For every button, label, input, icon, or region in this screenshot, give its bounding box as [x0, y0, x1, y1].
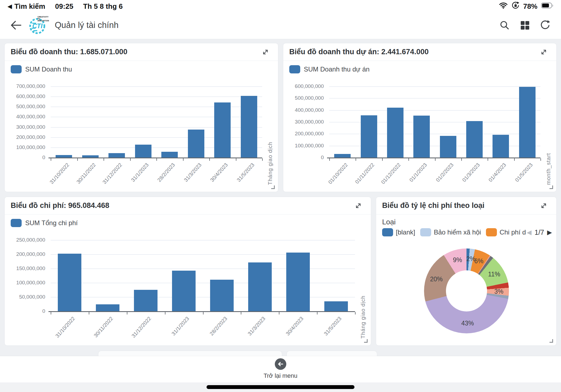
dashboard-grid-button[interactable]: [518, 19, 531, 32]
bar[interactable]: [108, 153, 125, 158]
x-axis-category-label: 01/5/2023: [507, 162, 534, 191]
x-axis-tick: [279, 312, 279, 314]
y-axis-tick-label: 50,000,000: [5, 294, 45, 300]
legend-swatch: [420, 228, 431, 236]
home-indicator[interactable]: [207, 385, 354, 389]
pie-legend-items: [blank]Bảo hiểm xã hộiChi phí dự án: [382, 228, 526, 236]
x-axis-tick: [183, 158, 184, 161]
bar[interactable]: [56, 155, 72, 158]
logo-text: CTI: [32, 22, 42, 30]
bar[interactable]: [286, 253, 310, 311]
bar[interactable]: [214, 102, 231, 158]
bar[interactable]: [519, 87, 536, 158]
legend-pager: ◀ 1/7 ▶: [527, 228, 552, 236]
bar[interactable]: [324, 301, 348, 311]
x-axis-category-label: 31/3/2023: [240, 316, 267, 344]
pie-legend-item[interactable]: [blank]: [382, 228, 415, 236]
y-axis-tick-label: 200,000,000: [5, 134, 45, 140]
resize-handle-icon: [549, 339, 553, 343]
x-axis-category-label: 01/3/2023: [454, 162, 481, 191]
y-axis-tick-label: 700,000,000: [5, 83, 45, 89]
wifi-icon: [499, 2, 508, 11]
back-to-menu-button[interactable]: Trở lại menu: [264, 358, 297, 379]
search-button[interactable]: [498, 19, 511, 32]
bar[interactable]: [82, 155, 99, 158]
pie-slice-label: 43%: [461, 320, 474, 327]
x-axis-tick: [329, 158, 330, 161]
chart-title: Biểu đồ tỷ lệ chi phí theo loại: [382, 201, 485, 210]
legend-prev-icon[interactable]: ◀: [527, 229, 532, 236]
bar[interactable]: [58, 254, 81, 311]
legend-next-icon[interactable]: ▶: [547, 229, 552, 236]
bottom-band: [0, 382, 561, 392]
back-circle-icon: [275, 358, 286, 370]
y-axis-tick-label: 100,000,000: [5, 144, 45, 150]
y-axis-tick-label: 600,000,000: [283, 83, 324, 89]
x-axis-category-label: 01/10/2022: [322, 162, 349, 191]
status-time: 09:25: [55, 2, 73, 11]
bar[interactable]: [210, 280, 234, 311]
bar[interactable]: [413, 116, 430, 158]
bar[interactable]: [241, 96, 257, 158]
x-axis-category-label: 28/2/2023: [202, 316, 228, 344]
expand-icon: [540, 202, 548, 210]
status-date: Th 5 8 thg 6: [83, 2, 123, 11]
x-axis-category-label: 31/12/2022: [126, 316, 153, 344]
bar[interactable]: [466, 121, 483, 158]
bar[interactable]: [493, 135, 509, 158]
y-axis-tick-label: 200,000,000: [283, 131, 324, 137]
expand-chart-button[interactable]: [537, 199, 550, 212]
x-axis-tick: [355, 312, 356, 314]
x-axis-category-label: 01/2/2023: [428, 162, 455, 191]
bar[interactable]: [387, 108, 403, 158]
bar[interactable]: [135, 145, 151, 158]
back-button[interactable]: [9, 19, 22, 32]
cti-logo: CREATIVITY TO INNOVATION CTI: [29, 16, 48, 35]
bar[interactable]: [134, 290, 158, 311]
x-axis-tick: [127, 312, 127, 314]
bar[interactable]: [361, 115, 377, 158]
y-axis-tick-label: 100,000,000: [283, 143, 324, 149]
x-axis-category-label: 01/1/2023: [402, 162, 428, 191]
bar[interactable]: [172, 271, 196, 311]
x-axis-tick: [165, 312, 165, 314]
gridline: [51, 240, 355, 241]
x-axis-tick: [241, 312, 241, 314]
status-bar: ◀ Tìm kiếm 09:25 Th 5 8 thg 6: [0, 0, 561, 12]
bar[interactable]: [161, 152, 178, 158]
footer-bar: Trở lại menu: [0, 356, 561, 382]
bar[interactable]: [96, 304, 119, 311]
y-axis-tick-label: 0: [5, 154, 45, 161]
x-axis-tick: [51, 312, 51, 314]
y-axis-tick-label: 100,000,000: [5, 280, 45, 286]
orientation-lock-icon: [511, 1, 520, 12]
bar[interactable]: [248, 262, 272, 311]
legend-page-indicator: 1/7: [535, 228, 544, 236]
x-axis-category-label: 30/11/2022: [70, 162, 97, 191]
pie-legend-row: [blank]Bảo hiểm xã hộiChi phí dự án ◀ 1/…: [382, 228, 552, 236]
right-axis-title: month_start: [545, 92, 552, 185]
bar[interactable]: [188, 130, 204, 158]
pie-slice-label: 9%: [453, 256, 462, 264]
donut-chart[interactable]: 2%6%11%3%43%20%9%: [424, 248, 509, 333]
x-axis-tick: [104, 158, 104, 161]
back-to-menu-label: Trở lại menu: [264, 372, 297, 379]
y-axis-tick-label: 500,000,000: [283, 95, 324, 101]
pie-legend-item[interactable]: Chi phí dự án: [486, 228, 526, 236]
y-axis-tick-label: 400,000,000: [5, 114, 45, 120]
pie-legend-item[interactable]: Bảo hiểm xã hội: [420, 228, 481, 236]
x-axis-tick: [540, 158, 541, 161]
back-to-app-chip[interactable]: ◀ Tìm kiếm: [8, 2, 45, 11]
project-revenue-chart-card: Biểu đồ doanh thu dự án: 2.441.674.000 S…: [283, 43, 557, 192]
bar[interactable]: [440, 136, 456, 158]
gridline: [329, 110, 540, 111]
y-axis-tick-label: 200,000,000: [5, 251, 45, 257]
x-axis-category-label: 01/4/2023: [481, 162, 508, 191]
y-axis-tick-label: 250,000,000: [5, 237, 45, 243]
refresh-button[interactable]: [539, 19, 552, 32]
bar[interactable]: [334, 154, 351, 158]
x-axis-category-label: 01/11/2022: [349, 162, 376, 191]
x-axis-category-label: 30/4/2023: [202, 162, 229, 191]
y-axis-tick-label: 150,000,000: [5, 265, 45, 271]
logo-tagline: CREATIVITY TO INNOVATION: [38, 16, 49, 22]
